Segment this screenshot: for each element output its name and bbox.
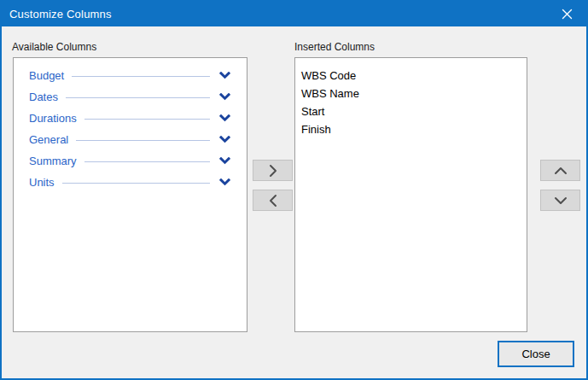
chevron-down-icon[interactable] bbox=[219, 157, 230, 165]
group-divider-line bbox=[62, 183, 210, 184]
chevron-up-icon bbox=[554, 167, 568, 175]
group-divider-line bbox=[72, 76, 210, 77]
group-divider-line bbox=[84, 119, 210, 120]
move-right-button[interactable] bbox=[253, 160, 293, 181]
group-label: Summary bbox=[29, 155, 77, 167]
available-group-row[interactable]: General bbox=[29, 129, 230, 150]
group-divider-line bbox=[76, 140, 210, 141]
chevron-down-icon[interactable] bbox=[219, 72, 230, 79]
move-left-button[interactable] bbox=[253, 190, 293, 211]
chevron-down-icon[interactable] bbox=[219, 178, 230, 186]
close-icon bbox=[562, 9, 573, 20]
group-divider-line bbox=[84, 161, 210, 162]
inserted-columns-list[interactable]: WBS Code WBS Name Start Finish bbox=[294, 57, 527, 332]
available-group-row[interactable]: Budget bbox=[29, 65, 230, 86]
chevron-down-icon[interactable] bbox=[219, 93, 230, 101]
group-label: General bbox=[29, 133, 68, 146]
close-button[interactable] bbox=[548, 2, 586, 26]
chevron-left-icon bbox=[269, 194, 277, 208]
group-label: Dates bbox=[29, 91, 58, 103]
close-dialog-button[interactable]: Close bbox=[498, 341, 574, 367]
available-columns-list[interactable]: Budget Dates Durations bbox=[13, 57, 247, 332]
titlebar[interactable]: Customize Columns bbox=[2, 2, 586, 26]
inserted-column-item[interactable]: Start bbox=[301, 102, 520, 120]
inserted-column-item[interactable]: WBS Name bbox=[301, 85, 520, 102]
group-divider-line bbox=[66, 97, 210, 98]
group-label: Budget bbox=[29, 69, 64, 82]
dialog-title: Customize Columns bbox=[2, 8, 112, 20]
chevron-down-icon[interactable] bbox=[219, 136, 230, 143]
move-up-button[interactable] bbox=[540, 160, 580, 181]
move-down-button[interactable] bbox=[540, 190, 580, 211]
inserted-columns-label: Inserted Columns bbox=[294, 41, 375, 53]
available-group-row[interactable]: Units bbox=[29, 172, 230, 193]
available-group-row[interactable]: Durations bbox=[29, 108, 230, 129]
available-group-row[interactable]: Summary bbox=[29, 150, 230, 172]
available-columns-label: Available Columns bbox=[12, 41, 96, 53]
inserted-column-item[interactable]: Finish bbox=[301, 120, 520, 138]
inserted-column-item[interactable]: WBS Code bbox=[301, 67, 520, 85]
chevron-down-icon[interactable] bbox=[219, 114, 230, 122]
group-label: Units bbox=[29, 176, 55, 189]
available-group-row[interactable]: Dates bbox=[29, 86, 230, 108]
chevron-down-icon bbox=[554, 196, 568, 205]
group-label: Durations bbox=[29, 112, 77, 125]
chevron-right-icon bbox=[269, 164, 277, 178]
customize-columns-dialog: Customize Columns Available Columns Inse… bbox=[0, 0, 588, 380]
